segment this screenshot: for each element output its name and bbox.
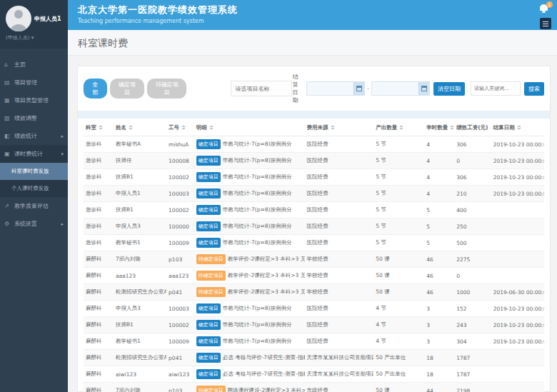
cell-dept: 麻醉科 xyxy=(84,301,114,317)
status-badge: 待确定项目 xyxy=(196,287,226,297)
main-column: 北京大学第一医院教学绩效管理系统 Teaching performance ma… xyxy=(68,0,557,392)
corner-menu-icon[interactable] xyxy=(540,18,551,29)
gear-icon: ⚙ xyxy=(4,221,12,227)
cell-hours: 44 xyxy=(424,383,454,392)
column-header-label: 产出数量 xyxy=(376,124,397,131)
cell-hours: 4 xyxy=(424,186,454,202)
sidebar-item-adjust[interactable]: ▧绩效调整 xyxy=(0,109,68,127)
column-header[interactable]: 学时数量 xyxy=(424,120,454,136)
cell-dept: 麻醉科 xyxy=(84,284,114,301)
cell-output: 5 节 xyxy=(373,235,424,251)
calc-icon: ▣ xyxy=(4,151,12,157)
cell-wage: 250 xyxy=(454,218,491,235)
sidebar-subitem[interactable]: 个人课时费发放 xyxy=(0,180,68,197)
status-badge: 确定项目 xyxy=(196,221,221,231)
column-header[interactable]: 产出数量 xyxy=(373,120,424,136)
cell-date xyxy=(491,218,544,235)
sidebar-item-label: 主页 xyxy=(14,61,26,69)
cell-date xyxy=(491,383,544,392)
cell-name: aiwi123 xyxy=(114,366,166,383)
date-start-input[interactable] xyxy=(307,86,353,91)
status-badge: 确定项目 xyxy=(196,369,221,379)
notification-bell-icon[interactable]: 1 xyxy=(540,3,551,13)
cell-wage: 1000 xyxy=(454,284,491,301)
cell-name: 申报人员3 xyxy=(114,301,166,317)
sort-icon xyxy=(209,125,214,130)
sidebar-item-home[interactable]: ⌂主页 xyxy=(0,56,68,74)
cell-output: 50 课 xyxy=(373,383,424,392)
cell-id: 100009 xyxy=(166,235,194,251)
cell-detail: 确定项目带教与统计-7(p=8)按例例分 xyxy=(194,218,305,235)
sidebar-item-chart[interactable]: ◧绩效统计▸ xyxy=(0,127,68,145)
sidebar-item-label: 项目管理 xyxy=(14,79,37,86)
column-header[interactable]: 结算日期 xyxy=(491,120,544,136)
sort-icon xyxy=(517,125,521,130)
search-button[interactable]: 搜索 xyxy=(524,82,544,96)
chart-icon: ◧ xyxy=(4,133,12,139)
cell-id: p103 xyxy=(166,383,194,392)
status-badge: 待确定项目 xyxy=(196,254,226,264)
cell-name: 技师B1 xyxy=(114,202,166,218)
clear-date-button[interactable]: 清空日期 xyxy=(433,82,465,96)
cell-output: 5 节 xyxy=(373,153,424,169)
filter-all-button[interactable]: 全部 xyxy=(84,79,107,99)
status-badge: 确定项目 xyxy=(196,205,221,215)
column-header[interactable]: 明细 xyxy=(194,120,305,136)
detail-text: 带教与统计-7(p=8)按例例分 xyxy=(223,321,292,328)
sidebar-item-gear[interactable]: ⚙系统设置▸ xyxy=(0,215,68,233)
filter-pending-button[interactable]: 待确定项目 xyxy=(147,79,186,99)
cell-detail: 确定项目带教与统计-7(p=8)按例例分 xyxy=(194,136,305,153)
cell-wage: 2198 xyxy=(454,383,491,392)
cell-name: 7班内刘璐 xyxy=(114,383,166,392)
user-role-label: (申报人员) xyxy=(6,35,29,41)
column-header[interactable]: 姓名 xyxy=(114,120,166,136)
user-role-dropdown[interactable]: (申报人员) ▾ xyxy=(6,34,64,41)
page-head: 科室课时费 xyxy=(68,30,557,56)
status-badge: 确定项目 xyxy=(196,189,221,198)
cell-output: 5 节 xyxy=(373,218,424,235)
cell-output: 5 节 xyxy=(373,136,424,153)
table-row: 麻醉科检测招研究生办公室Ap041待确定项目教学评价-2课程定>3 本科>3 无… xyxy=(84,284,544,301)
filter-confirmed-button[interactable]: 确定项目 xyxy=(110,79,144,99)
table-row: 急诊科技师B1100002确定项目带教与统计-7(p=8)按例例分医院经费5 节… xyxy=(84,169,544,186)
sidebar-subitem-label: 个人课时费发放 xyxy=(11,185,49,192)
date-end-input[interactable] xyxy=(372,86,418,91)
calendar-icon[interactable] xyxy=(418,82,429,95)
column-header[interactable]: 绩效工资(元) xyxy=(454,120,491,136)
cell-id: 100002 xyxy=(166,202,194,218)
detail-text: 必选 考核与评价-7研究生-测查-指标 xyxy=(223,354,305,361)
cell-name: 申报人员3 xyxy=(114,218,166,235)
cell-id: 100002 xyxy=(166,317,194,333)
app-subtitle: Teaching performance management system xyxy=(78,18,550,24)
status-badge: 待确定项目 xyxy=(196,271,226,281)
chevron-right-icon: ▸ xyxy=(61,221,64,227)
project-name-input[interactable] xyxy=(231,81,292,96)
cell-source: 医院经费 xyxy=(305,136,374,153)
cell-detail: 确定项目带教与统计-7(p=8)按例例分 xyxy=(194,169,305,186)
cell-source: 医院经费 xyxy=(305,186,374,202)
home-icon: ⌂ xyxy=(4,61,12,68)
cell-id: 100009 xyxy=(166,333,194,350)
calendar-icon[interactable] xyxy=(353,82,364,95)
sidebar-item-grid[interactable]: ▦项目类型管理 xyxy=(0,91,68,109)
cell-name: aaa123 xyxy=(114,268,166,284)
cell-hours: 3 xyxy=(424,301,454,317)
sidebar-subitem[interactable]: 科室课时费发放 xyxy=(0,163,68,180)
panel-divider-bar xyxy=(78,111,550,119)
sidebar-item-calc[interactable]: ▣课时费统计▾ xyxy=(0,145,68,163)
column-header[interactable]: 工号 xyxy=(166,120,194,136)
column-header[interactable]: 费用来源 xyxy=(305,120,374,136)
column-header[interactable]: 科室 xyxy=(84,120,114,136)
status-badge: 确定项目 xyxy=(196,353,221,363)
search-input[interactable] xyxy=(471,81,521,96)
cell-hours: 18 xyxy=(424,366,454,383)
cell-dept: 麻醉科 xyxy=(84,383,114,392)
cell-hours: 5 xyxy=(424,218,454,235)
detail-text: 网络课程建设-2课程定>3 本科>3 学员 xyxy=(228,387,305,392)
fee-table: 科室姓名工号明细费用来源产出数量学时数量绩效工资(元)结算日期 急诊科教学秘书A… xyxy=(84,120,544,392)
sidebar-item-line-chart[interactable]: ↗教学质量评估 xyxy=(0,197,68,215)
sidebar-item-file[interactable]: ▤项目管理 xyxy=(0,74,68,91)
cell-detail: 确定项目带教与统计-7(p=8)按例例分 xyxy=(194,333,305,350)
table-row: 急诊科教学秘书AmishuA确定项目带教与统计-7(p=8)按例例分医院经费5 … xyxy=(84,136,544,153)
cell-hours: 5 xyxy=(424,202,454,218)
